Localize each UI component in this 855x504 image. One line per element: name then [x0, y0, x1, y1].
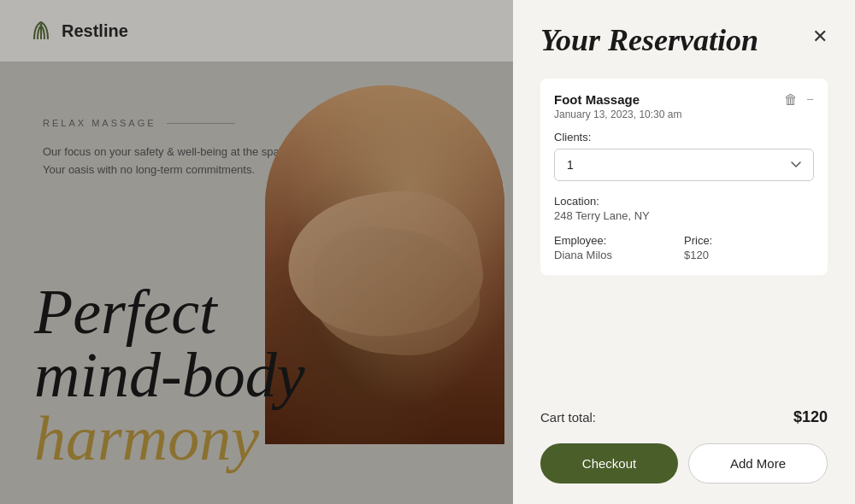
collapse-icon[interactable]: −	[806, 92, 814, 108]
panel-title: Your Reservation	[540, 24, 758, 58]
location-value: 248 Terry Lane, NY	[554, 209, 814, 222]
card-actions: 🗑 −	[784, 92, 814, 108]
panel-header: Your Reservation ✕	[540, 24, 828, 58]
cart-total-value: $120	[793, 408, 828, 426]
location-label: Location:	[554, 195, 814, 208]
delete-icon[interactable]: 🗑	[784, 92, 798, 108]
spacer	[540, 290, 828, 401]
price-label: Price:	[684, 234, 814, 247]
employee-col: Employee: Diana Milos	[554, 234, 684, 261]
reservation-panel: Your Reservation ✕ Foot Massage January …	[513, 0, 855, 504]
add-more-button[interactable]: Add More	[688, 443, 828, 483]
action-buttons: Checkout Add More	[540, 443, 828, 483]
service-name: Foot Massage	[554, 92, 681, 107]
employee-price-row: Employee: Diana Milos Price: $120	[554, 234, 814, 261]
checkout-button[interactable]: Checkout	[540, 443, 678, 483]
service-info: Foot Massage January 13, 2023, 10:30 am	[554, 92, 681, 120]
price-col: Price: $120	[684, 234, 814, 261]
close-button[interactable]: ✕	[812, 27, 828, 46]
service-date: January 13, 2023, 10:30 am	[554, 108, 681, 120]
clients-select[interactable]: 1 2 3	[554, 149, 814, 181]
cart-total-row: Cart total: $120	[540, 401, 828, 443]
employee-value: Diana Milos	[554, 249, 684, 261]
card-top: Foot Massage January 13, 2023, 10:30 am …	[554, 92, 814, 120]
reservation-card: Foot Massage January 13, 2023, 10:30 am …	[540, 79, 828, 275]
cart-total-label: Cart total:	[540, 410, 596, 425]
price-value: $120	[684, 249, 814, 261]
clients-label: Clients:	[554, 131, 814, 144]
employee-label: Employee:	[554, 234, 684, 247]
overlay-dim	[0, 0, 513, 504]
